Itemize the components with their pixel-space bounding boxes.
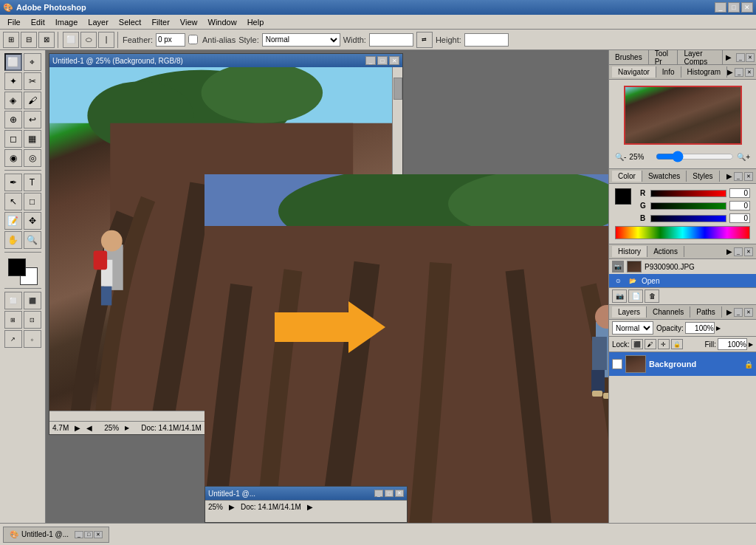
menu-filter[interactable]: Filter xyxy=(147,16,173,28)
taskbar-item-close[interactable]: ✕ xyxy=(94,531,103,538)
window-controls[interactable]: _ □ ✕ xyxy=(715,2,753,13)
lasso-tool[interactable]: ⌖ xyxy=(24,53,41,71)
tab-navigator[interactable]: Navigator xyxy=(612,66,656,78)
history-new-doc-btn[interactable]: 📄 xyxy=(628,289,643,303)
tab-brushes[interactable]: Brushes xyxy=(609,50,649,64)
feather-input[interactable] xyxy=(156,33,185,47)
color-panel-arrow[interactable]: ▶ xyxy=(726,172,732,180)
standard-mode-btn[interactable]: ⬛ xyxy=(24,292,41,309)
tab-color[interactable]: Color xyxy=(612,171,642,182)
navigator-zoom-slider[interactable] xyxy=(656,151,734,162)
menu-select[interactable]: Select xyxy=(114,16,146,28)
type-tool[interactable]: T xyxy=(24,174,41,191)
pen-tool[interactable]: ✒ xyxy=(4,174,22,191)
magic-wand-tool[interactable]: ✦ xyxy=(4,72,22,90)
nav-zoom-plus[interactable]: 🔍+ xyxy=(737,153,750,161)
top-right-panel-close[interactable]: ✕ xyxy=(746,53,755,62)
rect-select-btn[interactable]: ⬜ xyxy=(63,32,79,48)
tab-layer-comps[interactable]: Layer Comps xyxy=(678,50,723,64)
marquee-tool[interactable]: ⬜ xyxy=(4,53,22,71)
top-right-panel-min[interactable]: _ xyxy=(736,53,745,62)
extra-btn[interactable]: ⬦ xyxy=(24,330,41,348)
menu-edit[interactable]: Edit xyxy=(27,16,49,28)
history-item-file[interactable]: 📷 P9300900.JPG xyxy=(609,259,756,274)
taskbar-item-max[interactable]: □ xyxy=(84,531,93,538)
layer-item-background[interactable]: 👁 Background 🔒 xyxy=(609,352,756,376)
layers-panel-close[interactable]: ✕ xyxy=(744,308,753,317)
blur-tool[interactable]: ◉ xyxy=(4,149,22,167)
top-right-panel-arrow[interactable]: ▶ xyxy=(723,53,735,61)
green-slider[interactable] xyxy=(650,202,726,210)
stamp-tool[interactable]: ⊕ xyxy=(4,111,22,128)
doc-scroll-btn[interactable]: ◀ xyxy=(86,424,92,432)
second-doc-close[interactable]: ✕ xyxy=(395,490,404,497)
tab-layers[interactable]: Layers xyxy=(612,306,647,318)
color-panel-close[interactable]: ✕ xyxy=(744,172,753,181)
doc-arrow-btn[interactable]: ▶ xyxy=(75,424,80,432)
tab-actions[interactable]: Actions xyxy=(647,246,684,257)
screen-mode-btn-2[interactable]: ⊡ xyxy=(24,311,41,329)
eraser-tool[interactable]: ◻ xyxy=(4,130,22,148)
opacity-arrow-btn[interactable]: ▶ xyxy=(716,325,721,332)
menu-layer[interactable]: Layer xyxy=(83,16,113,28)
height-input[interactable] xyxy=(464,33,509,47)
tab-channels[interactable]: Channels xyxy=(647,306,690,318)
fill-input[interactable] xyxy=(718,338,747,350)
hand-tool[interactable]: ✋ xyxy=(4,231,22,249)
dodge-tool[interactable]: ◎ xyxy=(24,149,41,167)
second-doc-controls[interactable]: _ □ ✕ xyxy=(374,490,404,497)
maximize-button[interactable]: □ xyxy=(728,2,740,13)
swap-dimensions-btn[interactable]: ⇄ xyxy=(416,32,433,48)
menu-view[interactable]: View xyxy=(176,16,202,28)
second-doc-max[interactable]: □ xyxy=(385,490,394,497)
menu-image[interactable]: Image xyxy=(51,16,83,28)
layers-panel-min[interactable]: _ xyxy=(734,308,743,317)
zoom-tool[interactable]: 🔍 xyxy=(24,231,41,249)
doc-maximize-btn[interactable]: □ xyxy=(377,56,388,65)
color-foreground-swatch[interactable] xyxy=(615,188,631,205)
round-select-btn[interactable]: ⬭ xyxy=(80,32,97,48)
tab-styles[interactable]: Styles xyxy=(687,171,719,182)
history-panel-close[interactable]: ✕ xyxy=(744,247,753,256)
taskbar-item-controls[interactable]: _ □ ✕ xyxy=(75,531,103,538)
doc-close-btn[interactable]: ✕ xyxy=(389,56,399,65)
brush-tool[interactable]: 🖌 xyxy=(24,92,41,109)
fill-arrow-btn[interactable]: ▶ xyxy=(749,341,753,348)
notes-tool[interactable]: 📝 xyxy=(4,212,22,230)
blend-mode-select[interactable]: Normal Multiply Screen xyxy=(612,321,653,335)
red-slider[interactable] xyxy=(650,190,726,197)
shape-tool[interactable]: □ xyxy=(24,193,41,210)
blue-slider[interactable] xyxy=(650,215,726,222)
tab-histogram[interactable]: Histogram xyxy=(681,66,728,78)
lock-image-btn[interactable]: 🖌 xyxy=(645,339,656,349)
crop-tool[interactable]: ✂ xyxy=(24,72,41,90)
tab-tool-presets[interactable]: Tool Pr xyxy=(649,50,678,64)
nav-panel-min[interactable]: _ xyxy=(735,68,743,77)
doc-zoom-btn[interactable]: ▶ xyxy=(125,425,129,431)
second-doc-min[interactable]: _ xyxy=(374,490,383,497)
nav-panel-close[interactable]: ✕ xyxy=(745,68,754,77)
doc-minimize-btn[interactable]: _ xyxy=(365,56,376,65)
patch-tool[interactable]: ◈ xyxy=(4,92,22,109)
opacity-input[interactable] xyxy=(685,322,715,334)
close-button[interactable]: ✕ xyxy=(741,2,753,13)
green-value-input[interactable] xyxy=(729,201,750,210)
screen-mode-btn-1[interactable]: ⊞ xyxy=(4,311,22,329)
history-delete-btn[interactable]: 🗑 xyxy=(645,289,659,303)
history-snapshot-btn[interactable]: 📷 xyxy=(612,289,627,303)
navigator-panel-arrow[interactable]: ▶ xyxy=(727,68,733,76)
tool-mode-btn-1[interactable]: ⊞ xyxy=(3,32,19,48)
history-panel-arrow[interactable]: ▶ xyxy=(726,247,732,256)
history-panel-min[interactable]: _ xyxy=(734,247,743,256)
width-input[interactable] xyxy=(369,33,413,47)
layers-panel-arrow[interactable]: ▶ xyxy=(726,308,732,316)
menu-window[interactable]: Window xyxy=(204,16,241,28)
tab-swatches[interactable]: Swatches xyxy=(642,171,687,182)
tab-history[interactable]: History xyxy=(612,246,647,257)
eyedropper-tool[interactable]: ✥ xyxy=(24,212,41,230)
tab-info[interactable]: Info xyxy=(656,66,681,78)
foreground-color-swatch[interactable] xyxy=(8,258,26,276)
path-select-tool[interactable]: ↖ xyxy=(4,193,22,210)
taskbar-photoshop-item[interactable]: 🎨 Untitled-1 @... _ □ ✕ xyxy=(3,527,109,543)
history-brush-tool[interactable]: ↩ xyxy=(24,111,41,128)
